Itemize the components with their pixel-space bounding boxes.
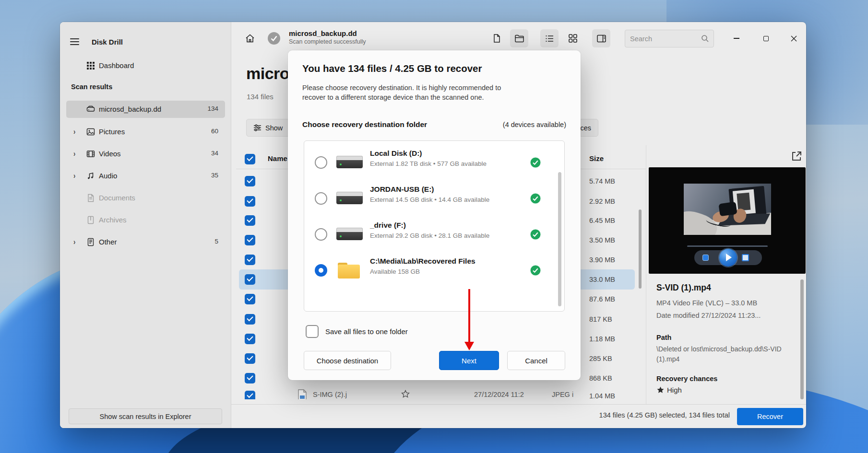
row-checkbox[interactable] xyxy=(245,314,255,325)
folder-icon xyxy=(338,263,360,279)
preview-file-name: S-VID (1).mp4 xyxy=(656,283,711,293)
show-pill-label: Show xyxy=(265,124,283,132)
show-scan-results-in-explorer-button[interactable]: Show scan results in Explorer xyxy=(69,408,222,424)
next-button[interactable]: Next xyxy=(439,351,499,370)
external-drive-icon xyxy=(336,228,363,241)
chevron-right-icon[interactable]: › xyxy=(73,172,75,180)
device-row-recovered-files-folder[interactable]: C:\Media\Lab\Recovered Files Available 1… xyxy=(304,252,554,288)
sliders-icon xyxy=(253,124,262,132)
folder-view-button[interactable] xyxy=(510,29,528,47)
close-icon xyxy=(791,35,797,42)
video-progress-bar[interactable] xyxy=(687,245,768,247)
audio-icon xyxy=(86,172,95,180)
row-checkbox[interactable] xyxy=(245,196,255,207)
recovery-chances-value: High xyxy=(667,386,682,394)
item-count-badge: 134 xyxy=(207,105,218,112)
home-button[interactable] xyxy=(241,29,259,47)
row-checkbox[interactable] xyxy=(245,274,255,285)
sidebar-item-audio[interactable]: › Audio 35 xyxy=(66,167,225,185)
item-count-badge: 35 xyxy=(211,172,218,179)
recover-button[interactable]: Recover xyxy=(737,408,803,425)
side-panel-toggle-button[interactable] xyxy=(592,29,610,47)
home-icon xyxy=(245,33,255,44)
preview-date-modified: Date modified 27/12/2024 11:23... xyxy=(656,312,761,319)
chevron-right-icon[interactable]: › xyxy=(73,238,75,246)
path-value: \Deleted or lost\microsd_backup.dd\S-VID… xyxy=(656,344,790,364)
device-row-drive-f[interactable]: _drive (F:) External 29.2 GB disk • 28.1… xyxy=(304,216,554,252)
search-box xyxy=(625,30,714,47)
hamburger-menu-icon[interactable] xyxy=(69,35,81,50)
device-row-local-disk-d[interactable]: Local Disk (D:) External 1.82 TB disk • … xyxy=(304,144,554,180)
sidebar-item-microsd-backup[interactable]: microsd_backup.dd 134 xyxy=(66,101,225,118)
sidebar-item-other[interactable]: › Other 5 xyxy=(66,233,225,251)
choose-destination-button[interactable]: Choose destination xyxy=(304,351,391,370)
panel-scrollbar[interactable] xyxy=(800,279,804,399)
radio-button[interactable] xyxy=(315,228,327,241)
save-to-one-folder-checkbox[interactable] xyxy=(306,325,319,338)
frame-preview-button[interactable] xyxy=(742,254,749,261)
desktop: Disk Drill Dashboard Scan results micros… xyxy=(0,0,868,453)
grid-view-button[interactable] xyxy=(564,29,582,47)
search-icon xyxy=(701,35,709,43)
sidebar-item-label: Other xyxy=(99,238,117,246)
radio-button-selected[interactable] xyxy=(315,264,327,277)
maximize-button[interactable] xyxy=(755,29,776,47)
path-label: Path xyxy=(656,334,671,341)
sidebar-item-dashboard[interactable]: Dashboard xyxy=(66,57,225,74)
radio-button[interactable] xyxy=(315,192,327,205)
size-cell: 5.74 MB xyxy=(589,177,615,185)
external-drive-icon xyxy=(336,156,363,169)
row-checkbox[interactable] xyxy=(245,215,255,226)
scan-complete-check-icon xyxy=(267,32,281,45)
sidebar-item-label: Archives xyxy=(99,216,127,224)
row-checkbox[interactable] xyxy=(245,334,255,344)
video-thumbnail xyxy=(684,184,771,235)
row-checkbox[interactable] xyxy=(245,294,255,304)
file-type-icon xyxy=(297,389,308,399)
footer-divider xyxy=(231,404,806,405)
videos-icon xyxy=(86,150,95,158)
size-cell: 87.6 MB xyxy=(589,295,615,303)
sidebar-item-pictures[interactable]: › Pictures 60 xyxy=(66,123,225,140)
save-checkbox-label: Save all files to one folder xyxy=(325,327,408,336)
file-icon xyxy=(492,34,501,43)
sidebar-item-videos[interactable]: › Videos 34 xyxy=(66,145,225,163)
size-column-header[interactable]: Size xyxy=(589,154,604,163)
size-cell: 285 KB xyxy=(589,355,612,362)
device-name: Local Disk (D:) xyxy=(370,149,422,158)
annotation-arrow xyxy=(468,289,470,343)
row-checkbox[interactable] xyxy=(245,353,255,364)
table-scrollbar[interactable] xyxy=(639,209,642,289)
maximize-icon xyxy=(763,36,769,41)
close-button[interactable] xyxy=(783,29,804,47)
side-panel-icon xyxy=(596,34,606,44)
chevron-right-icon[interactable]: › xyxy=(73,128,75,136)
row-checkbox[interactable] xyxy=(245,373,255,383)
name-column-header[interactable]: Name xyxy=(268,154,287,163)
row-checkbox[interactable] xyxy=(245,235,255,245)
panel-divider xyxy=(646,145,646,404)
row-checkbox[interactable] xyxy=(245,176,255,186)
stop-button[interactable] xyxy=(702,255,709,261)
row-checkbox[interactable] xyxy=(245,255,255,265)
chevron-right-icon[interactable]: › xyxy=(73,150,75,158)
file-view-button[interactable] xyxy=(488,29,506,47)
select-all-checkbox[interactable] xyxy=(245,154,255,164)
selection-status: 134 files (4.25 GB) selected, 134 files … xyxy=(599,411,730,419)
minimize-button[interactable] xyxy=(726,29,747,47)
size-cell: 33.0 MB xyxy=(589,276,615,283)
row-checkbox[interactable] xyxy=(245,391,255,399)
device-row-jordan-usb-e[interactable]: JORDAN-USB (E:) External 14.5 GB disk • … xyxy=(304,180,554,216)
size-cell: 1.18 MB xyxy=(589,335,615,343)
play-button[interactable] xyxy=(719,249,737,267)
cancel-button[interactable]: Cancel xyxy=(507,351,565,370)
open-preview-externally-icon[interactable] xyxy=(791,151,802,162)
radio-button[interactable] xyxy=(315,156,327,169)
search-input[interactable] xyxy=(630,30,697,47)
star-icon xyxy=(656,386,665,394)
device-list-scrollbar[interactable] xyxy=(558,172,561,306)
destination-label: Choose recovery destination folder xyxy=(302,120,427,129)
list-view-button[interactable] xyxy=(540,29,559,47)
external-drive-icon xyxy=(336,192,363,205)
devices-available-label: (4 devices available) xyxy=(503,121,566,128)
